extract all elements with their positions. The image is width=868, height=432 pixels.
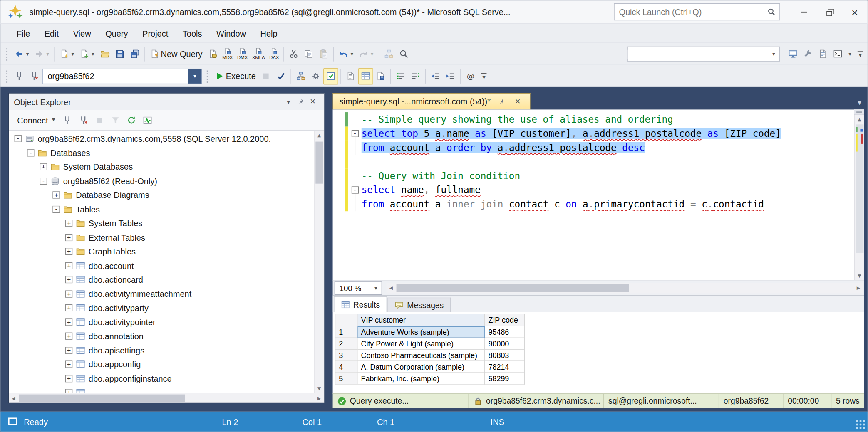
tree-item-org9ba85f62-crm3-dynamics-com-5558-sql-s[interactable]: -org9ba85f62.crm3.dynamics.com,5558 (SQL… — [9, 132, 314, 146]
fold-margin[interactable]: - — [348, 126, 362, 141]
zoom-combo[interactable]: 100 % ▼ — [335, 281, 382, 295]
code-editor[interactable]: -- Simple query showing the use of alias… — [333, 109, 864, 280]
grid-cell[interactable]: Contoso Pharmaceuticals (sample) — [357, 349, 485, 361]
expand-icon[interactable]: + — [52, 192, 60, 199]
collapse-icon[interactable]: - — [40, 178, 47, 185]
open-file-button[interactable] — [97, 46, 112, 62]
grid-column-header-vip-customer[interactable]: VIP customer — [357, 314, 485, 326]
expand-icon[interactable]: + — [40, 163, 47, 170]
tree-item-dbo-annotation[interactable]: +dbo.annotation — [9, 329, 314, 343]
document-tab[interactable]: simple-query.sql -...nmicrosoft.com (54)… — [333, 93, 531, 110]
expand-icon[interactable]: + — [65, 333, 72, 340]
tree-item-dbo-actioncard[interactable]: +dbo.actioncard — [9, 273, 314, 287]
scroll-up-icon[interactable]: ▲ — [855, 115, 864, 124]
find-button[interactable] — [396, 46, 411, 62]
command-prompt-button[interactable] — [830, 46, 845, 62]
scroll-down-icon[interactable]: ▼ — [315, 384, 324, 393]
refresh-button[interactable] — [124, 112, 139, 128]
grid-corner-header[interactable] — [335, 314, 357, 326]
collapse-region-icon[interactable]: - — [351, 130, 358, 137]
scroll-left-icon[interactable]: ◀ — [387, 283, 396, 293]
save-all-button[interactable] — [127, 46, 142, 62]
quick-launch-search[interactable] — [614, 3, 780, 20]
dropdown-caret-button[interactable]: ▼ — [845, 46, 854, 62]
stop-square-button[interactable] — [259, 68, 274, 84]
document-list-caret-icon[interactable]: ▼ — [858, 100, 861, 106]
new-query-button[interactable]: New Query — [147, 46, 205, 62]
add-new-item-button[interactable]: ▼ — [77, 46, 97, 62]
pin-icon[interactable] — [295, 96, 307, 108]
grid-row-number[interactable]: 5 — [335, 373, 357, 384]
grid-cell[interactable]: 90000 — [485, 338, 525, 349]
expand-icon[interactable]: + — [65, 276, 72, 283]
close-button[interactable]: × — [842, 0, 868, 24]
execution-plan-button[interactable] — [381, 46, 396, 62]
outdent-button[interactable] — [428, 68, 443, 84]
expand-icon[interactable]: + — [65, 290, 72, 297]
collapse-icon[interactable]: - — [15, 135, 22, 142]
menu-query[interactable]: Query — [98, 24, 135, 42]
uncomment-button[interactable] — [408, 68, 423, 84]
scroll-down-icon[interactable]: ▼ — [855, 271, 864, 280]
scroll-up-icon[interactable]: ▲ — [315, 131, 324, 139]
available-databases-combo[interactable]: org9ba85f62▼ — [42, 68, 202, 84]
menu-edit[interactable]: Edit — [37, 24, 66, 42]
grid-cell[interactable]: City Power & Light (sample) — [357, 338, 485, 349]
grid-column-header-zip-code[interactable]: ZIP code — [485, 314, 525, 326]
results-grid-button[interactable] — [358, 68, 373, 84]
expand-icon[interactable]: + — [65, 248, 72, 255]
scroll-right-icon[interactable]: ▶ — [853, 283, 863, 293]
menu-window[interactable]: Window — [209, 24, 253, 42]
tree-item-dbo-activitymimeattachment[interactable]: +dbo.activitymimeattachment — [9, 287, 314, 301]
parse-check-button[interactable] — [273, 68, 288, 84]
expand-icon[interactable]: + — [65, 375, 72, 382]
tree-item-system-tables[interactable]: +System Tables — [9, 216, 314, 230]
expand-icon[interactable]: + — [65, 220, 72, 227]
comment-button[interactable] — [393, 68, 408, 84]
grid-cell[interactable]: Adventure Works (sample) — [357, 326, 485, 338]
back-arrow-button[interactable]: ▼ — [12, 46, 32, 62]
editor-vertical-scrollbar[interactable]: ▲ ▼ — [854, 109, 864, 280]
tree-item-dbo-appconfig[interactable]: +dbo.appconfig — [9, 357, 314, 371]
tree-item-database-diagrams[interactable]: +Database Diagrams — [9, 188, 314, 202]
menu-tools[interactable]: Tools — [176, 24, 209, 42]
close-icon[interactable]: × — [511, 95, 523, 107]
tree-item-dbo-account[interactable]: +dbo.account — [9, 259, 314, 273]
forward-arrow-button[interactable]: ▼ — [32, 46, 52, 62]
grid-cell[interactable]: 80803 — [485, 349, 525, 361]
scroll-left-icon[interactable]: ◀ — [9, 393, 18, 403]
maximize-button[interactable] — [816, 0, 842, 24]
connect-button[interactable]: Connect ▼ — [13, 112, 59, 128]
execute-button[interactable]: Execute — [212, 68, 259, 84]
expand-icon[interactable]: + — [65, 304, 72, 311]
grid-row-number[interactable]: 3 — [335, 349, 357, 361]
expand-icon[interactable]: + — [65, 318, 72, 326]
analysis-query-button[interactable]: DAX — [267, 46, 281, 62]
split-editor-grip[interactable] — [854, 109, 864, 114]
menu-file[interactable]: File — [10, 24, 37, 42]
grid-row-number[interactable]: 1 — [335, 326, 357, 338]
menu-view[interactable]: View — [66, 24, 98, 42]
tree-item-tables[interactable]: -Tables — [9, 202, 314, 216]
template-params-button[interactable]: @ — [463, 68, 478, 84]
object-explorer-vertical-scrollbar[interactable]: ▲ ▼ — [314, 131, 324, 393]
indent-button[interactable] — [443, 68, 458, 84]
code-area[interactable]: -- Simple query showing the use of alias… — [333, 109, 854, 280]
analysis-query-button[interactable]: DMX — [235, 46, 250, 62]
toolbar-search-combo[interactable]: ▼ — [627, 47, 780, 62]
execution-plan-button[interactable] — [293, 68, 308, 84]
tree-item-blank[interactable]: + — [9, 385, 314, 393]
save-button[interactable] — [112, 46, 127, 62]
redo-button[interactable]: ▼ — [356, 46, 376, 62]
grid-row-number[interactable]: 2 — [335, 338, 357, 349]
database-engine-query-button[interactable] — [205, 46, 220, 62]
grid-cell[interactable]: 78214 — [485, 361, 525, 373]
analysis-query-button[interactable]: MDX — [220, 46, 235, 62]
tree-item-org9ba85f62-read-only[interactable]: -org9ba85f62 (Read-Only) — [9, 174, 314, 188]
analysis-query-button[interactable]: XMLA — [250, 46, 267, 62]
filter-button[interactable] — [108, 112, 123, 128]
disconnect-button[interactable] — [27, 68, 42, 84]
scroll-right-icon[interactable]: ▶ — [315, 393, 324, 403]
collapse-region-icon[interactable]: - — [351, 186, 358, 193]
tree-item-system-databases[interactable]: +System Databases — [9, 160, 314, 174]
